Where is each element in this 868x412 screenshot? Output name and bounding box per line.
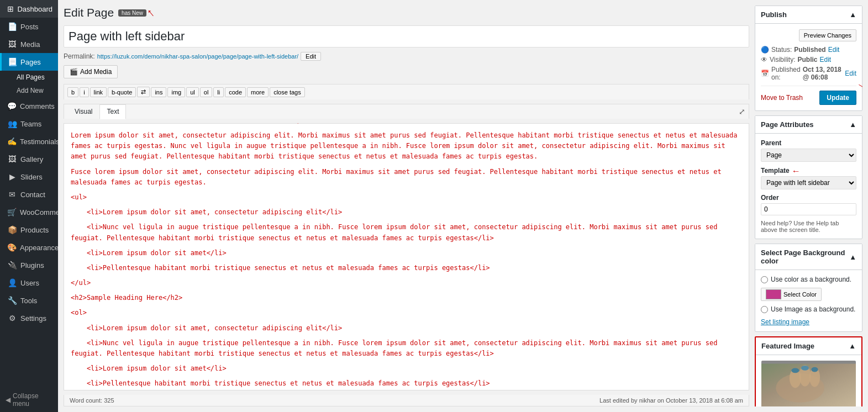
bg-image-radio[interactable] <box>761 306 768 313</box>
sidebar-item-label: Plugins <box>20 261 44 270</box>
sidebar-item-teams[interactable]: 👥 Teams <box>0 115 58 133</box>
sidebar-item-plugins[interactable]: 🔌 Plugins <box>0 256 58 274</box>
more-btn[interactable]: more <box>247 87 269 97</box>
add-media-icon: 🎬 <box>70 68 78 76</box>
editor-footer: Word count: 325 Last edited by nikhar on… <box>64 395 749 406</box>
sidebar-subitem-all-pages[interactable]: All Pages <box>0 71 58 84</box>
sidebar-item-woocommerce[interactable]: 🛒 WooCommerce <box>0 203 58 221</box>
page-title-input[interactable] <box>64 25 749 47</box>
pages-icon: 📃 <box>7 57 17 66</box>
sidebar-item-tools[interactable]: 🔧 Tools <box>0 292 58 309</box>
sidebar-item-comments[interactable]: 💬 Comments 8 <box>0 97 58 115</box>
move-to-trash-link[interactable]: Move to Trash <box>761 94 803 102</box>
page-background-box: Select Page Background color ▲ Use color… <box>755 244 862 332</box>
bg-image-radio-row: Use Image as a background. <box>761 305 856 313</box>
order-input[interactable] <box>761 203 856 215</box>
sidebar-item-products[interactable]: 📦 Products <box>0 221 58 239</box>
contact-icon: ✉ <box>7 190 17 199</box>
color-swatch <box>766 289 781 299</box>
preview-changes-button[interactable]: Preview Changes <box>799 29 856 41</box>
sidebar-item-pages[interactable]: 📃 Pages <box>0 53 58 71</box>
visibility-row: 👁 Visibility: Public Edit <box>761 56 856 64</box>
expand-icon[interactable]: ⤢ <box>739 107 745 116</box>
sidebar-item-label: Teams <box>20 120 41 128</box>
sidebar-item-users[interactable]: 👤 Users <box>0 274 58 292</box>
featured-image-thumbnail[interactable] <box>761 361 856 406</box>
svg-point-5 <box>791 368 799 373</box>
sidebar-item-label: Pages <box>20 58 41 66</box>
page-background-header[interactable]: Select Page Background color ▲ <box>755 244 862 270</box>
gallery-icon: 🖼 <box>7 155 17 163</box>
link-btn[interactable]: link <box>90 87 107 97</box>
select-color-button[interactable]: Select Color <box>761 288 822 301</box>
sidebar-subitem-add-new[interactable]: Add New <box>0 84 58 97</box>
featured-image-header[interactable]: Featured Image ▲ <box>756 337 861 355</box>
edit-page-label: Edit Page <box>64 6 114 19</box>
sidebar-item-label: Users <box>20 279 39 287</box>
page-background-collapse-icon: ▲ <box>849 253 856 261</box>
permalink-row: Permalink: https://luzuk.com/demo/nikhar… <box>64 52 749 61</box>
teams-icon: 👥 <box>7 119 17 128</box>
sidebar-item-label: Tools <box>20 297 37 305</box>
update-button[interactable]: Update <box>819 91 856 105</box>
template-select[interactable]: Page with left sidebar <box>761 176 856 189</box>
sidebar-item-appearance[interactable]: 🎨 Appearance <box>0 239 58 256</box>
right-panel: Publish ▲ Preview Changes 🔵 Status: Publ… <box>755 6 862 406</box>
sidebar-item-contact[interactable]: ✉ Contact <box>0 186 58 203</box>
page-attributes-collapse-icon: ▲ <box>849 120 856 129</box>
arrows-btn[interactable]: ⇄ <box>137 87 150 97</box>
ul-btn[interactable]: ul <box>186 87 199 97</box>
editor-toolbar: b i link b-quote ⇄ ins img ul ol li code… <box>64 84 749 99</box>
sidebar-item-media[interactable]: 🖼 Media <box>0 35 58 53</box>
published-edit-link[interactable]: Edit <box>845 70 856 77</box>
img-btn[interactable]: img <box>167 87 185 97</box>
sidebar-item-testimonials[interactable]: ✍ Testimonials <box>0 133 58 150</box>
publish-box: Publish ▲ Preview Changes 🔵 Status: Publ… <box>755 6 862 111</box>
sidebar-item-label: Comments <box>20 102 55 110</box>
page-attributes-content: Parent Page Template ← Page with left si… <box>755 134 862 239</box>
bg-color-radio[interactable] <box>761 276 768 283</box>
permalink-edit-button[interactable]: Edit <box>301 52 321 61</box>
sidebar-item-sliders[interactable]: ▶ Sliders <box>0 168 58 186</box>
permalink-link[interactable]: https://luzuk.com/demo/nikhar-spa-salon/… <box>97 53 298 60</box>
template-label: Template <box>761 167 790 175</box>
bold-btn[interactable]: b <box>67 87 78 97</box>
ins-btn[interactable]: ins <box>151 87 166 97</box>
add-media-button[interactable]: 🎬 Add Media <box>64 65 118 78</box>
sidebar-item-posts[interactable]: 📄 Posts <box>0 18 58 35</box>
ol-btn[interactable]: ol <box>200 87 213 97</box>
permalink-label: Permalink: <box>64 52 95 60</box>
tab-visual[interactable]: Visual <box>67 104 99 119</box>
sidebar: ⊞ Dashboard 📄 Posts 🖼 Media 📃 Pages All … <box>0 0 58 412</box>
status-icon: 🔵 <box>761 46 769 54</box>
dashboard-icon: ⊞ <box>7 4 14 13</box>
sidebar-item-label: Contact <box>20 191 45 199</box>
page-attributes-title: Page Attributes <box>761 120 814 129</box>
sliders-icon: ▶ <box>7 172 17 181</box>
li-btn[interactable]: li <box>213 87 224 97</box>
collapse-menu[interactable]: ◀ Collapse menu <box>0 388 58 412</box>
visibility-edit-link[interactable]: Edit <box>819 56 831 64</box>
sidebar-item-dashboard[interactable]: ⊞ Dashboard <box>0 0 58 18</box>
italic-btn[interactable]: i <box>80 87 88 97</box>
svg-point-7 <box>811 367 818 372</box>
sidebar-item-gallery[interactable]: 🖼 Gallery <box>0 150 58 168</box>
featured-image-content: Click the image to edit or update ↓ Remo… <box>756 355 861 406</box>
bquote-btn[interactable]: b-quote <box>108 87 136 97</box>
main-area: Edit Page has New ↑ Permalink: https://l… <box>58 0 868 412</box>
code-btn[interactable]: code <box>225 87 246 97</box>
tab-text[interactable]: Text <box>99 104 126 119</box>
status-edit-link[interactable]: Edit <box>828 46 840 54</box>
parent-select[interactable]: Page <box>761 149 856 162</box>
publish-box-header[interactable]: Publish ▲ <box>755 6 862 24</box>
sidebar-item-label: WooCommerce <box>20 208 58 216</box>
close-tags-btn[interactable]: close tags <box>270 87 305 97</box>
sidebar-item-settings[interactable]: ⚙ Settings <box>0 309 58 327</box>
media-icon: 🖼 <box>7 40 17 49</box>
status-row: 🔵 Status: Published Edit <box>761 46 856 54</box>
set-listing-image-link[interactable]: Set listing image <box>761 318 809 326</box>
page-attributes-header[interactable]: Page Attributes ▲ <box>755 116 862 134</box>
sidebar-item-label: Products <box>20 226 49 234</box>
testimonials-icon: ✍ <box>7 137 17 146</box>
editor-content[interactable]: Lorem ipsum dolor sit amet, consectetur … <box>64 123 749 390</box>
